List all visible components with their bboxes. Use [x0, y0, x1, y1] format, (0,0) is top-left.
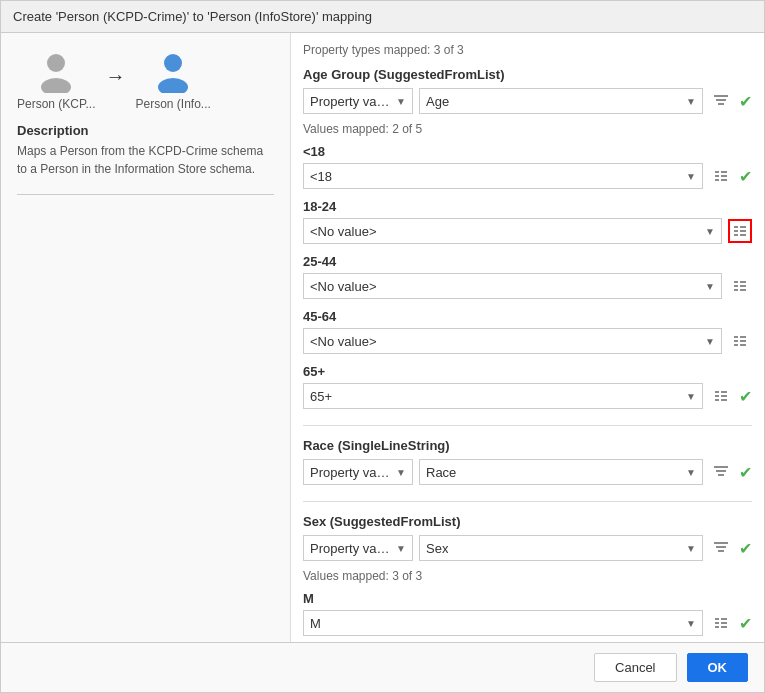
race-target-label: Race — [426, 465, 456, 480]
value-label-45-64: 45-64 — [303, 309, 752, 324]
race-target-arrow: ▼ — [686, 467, 696, 478]
age-group-header-row: Property value ▼ Age ▼ ✔ — [303, 88, 752, 114]
sex-check-icon: ✔ — [739, 539, 752, 558]
race-filter-icon — [713, 465, 729, 479]
value-item-18-24: 18-24 <No value> ▼ — [303, 199, 752, 244]
list-icon-18-24 — [733, 225, 747, 237]
value-65plus-list-button[interactable] — [709, 384, 733, 408]
value-label-m: M — [303, 591, 752, 606]
value-item-lt18: <18 <18 ▼ — [303, 144, 752, 189]
list-icon-lt18 — [714, 170, 728, 182]
race-property-value-label: Property value — [310, 465, 392, 480]
svg-point-0 — [47, 54, 65, 72]
value-row-25-44: <No value> ▼ — [303, 273, 752, 299]
age-group-title: Age Group (SuggestedFromList) — [303, 67, 752, 82]
value-item-65plus: 65+ 65+ ▼ — [303, 364, 752, 409]
value-m-list-button[interactable] — [709, 611, 733, 635]
person-from-box: Person (KCP... — [17, 49, 95, 111]
sex-divider — [303, 501, 752, 502]
value-item-m: M M ▼ — [303, 591, 752, 636]
race-divider — [303, 425, 752, 426]
sex-values-count: Values mapped: 3 of 3 — [303, 569, 752, 583]
age-group-target-arrow: ▼ — [686, 96, 696, 107]
age-group-section: Age Group (SuggestedFromList) Property v… — [303, 67, 752, 409]
sex-target-arrow: ▼ — [686, 543, 696, 554]
value-item-45-64: 45-64 <No value> ▼ — [303, 309, 752, 354]
left-panel: Person (KCP... → Person (Info... Descrip… — [1, 33, 291, 642]
value-45-64-dropdown[interactable]: <No value> ▼ — [303, 328, 722, 354]
title-text: Create 'Person (KCPD-Crime)' to 'Person … — [13, 9, 372, 24]
sex-section: Sex (SuggestedFromList) Property value ▼… — [303, 514, 752, 636]
list-icon-65plus — [714, 390, 728, 402]
person-to-label: Person (Info... — [135, 97, 210, 111]
race-property-value-dropdown[interactable]: Property value ▼ — [303, 459, 413, 485]
value-45-64-label: <No value> — [310, 334, 377, 349]
value-m-dropdown[interactable]: M ▼ — [303, 610, 703, 636]
value-label-lt18: <18 — [303, 144, 752, 159]
value-lt18-arrow: ▼ — [686, 171, 696, 182]
svg-point-3 — [158, 78, 188, 93]
sex-property-value-dropdown[interactable]: Property value ▼ — [303, 535, 413, 561]
value-m-check: ✔ — [739, 614, 752, 633]
value-lt18-check: ✔ — [739, 167, 752, 186]
person-to-box: Person (Info... — [135, 49, 210, 111]
value-row-m: M ▼ ✔ — [303, 610, 752, 636]
svg-point-2 — [164, 54, 182, 72]
race-target-dropdown[interactable]: Race ▼ — [419, 459, 703, 485]
value-row-65plus: 65+ ▼ ✔ — [303, 383, 752, 409]
filter-icon — [713, 94, 729, 108]
person-from-label: Person (KCP... — [17, 97, 95, 111]
list-icon-45-64 — [733, 335, 747, 347]
description-text: Maps a Person from the KCPD-Crime schema… — [17, 142, 274, 178]
person-icons: Person (KCP... → Person (Info... — [17, 49, 274, 111]
value-m-label: M — [310, 616, 321, 631]
description-title: Description — [17, 123, 274, 138]
title-bar: Create 'Person (KCPD-Crime)' to 'Person … — [1, 1, 764, 33]
ok-button[interactable]: OK — [687, 653, 749, 682]
value-25-44-dropdown[interactable]: <No value> ▼ — [303, 273, 722, 299]
age-group-filter-button[interactable] — [709, 89, 733, 113]
value-row-lt18: <18 ▼ ✔ — [303, 163, 752, 189]
value-65plus-check: ✔ — [739, 387, 752, 406]
value-65plus-dropdown[interactable]: 65+ ▼ — [303, 383, 703, 409]
age-group-target-dropdown[interactable]: Age ▼ — [419, 88, 703, 114]
age-group-values-count: Values mapped: 2 of 5 — [303, 122, 752, 136]
value-65plus-label: 65+ — [310, 389, 332, 404]
cancel-button[interactable]: Cancel — [594, 653, 676, 682]
race-filter-button[interactable] — [709, 460, 733, 484]
list-icon-25-44 — [733, 280, 747, 292]
person-from-icon — [34, 49, 78, 93]
main-content: Person (KCP... → Person (Info... Descrip… — [1, 33, 764, 642]
value-18-24-label: <No value> — [310, 224, 377, 239]
svg-point-1 — [41, 78, 71, 93]
value-25-44-arrow: ▼ — [705, 281, 715, 292]
value-label-65plus: 65+ — [303, 364, 752, 379]
race-check-icon: ✔ — [739, 463, 752, 482]
arrow-icon: → — [105, 65, 125, 88]
sex-target-dropdown[interactable]: Sex ▼ — [419, 535, 703, 561]
race-title: Race (SingleLineString) — [303, 438, 752, 453]
sex-target-label: Sex — [426, 541, 448, 556]
race-section: Race (SingleLineString) Property value ▼… — [303, 438, 752, 485]
sex-property-value-arrow: ▼ — [396, 543, 406, 554]
value-item-25-44: 25-44 <No value> ▼ — [303, 254, 752, 299]
value-label-25-44: 25-44 — [303, 254, 752, 269]
value-lt18-list-button[interactable] — [709, 164, 733, 188]
race-property-value-arrow: ▼ — [396, 467, 406, 478]
sex-title: Sex (SuggestedFromList) — [303, 514, 752, 529]
value-25-44-list-button[interactable] — [728, 274, 752, 298]
value-row-18-24: <No value> ▼ — [303, 218, 752, 244]
age-group-property-value-label: Property value — [310, 94, 392, 109]
value-m-arrow: ▼ — [686, 618, 696, 629]
value-lt18-dropdown[interactable]: <18 ▼ — [303, 163, 703, 189]
right-panel: Property types mapped: 3 of 3 Age Group … — [291, 33, 764, 642]
value-45-64-list-button[interactable] — [728, 329, 752, 353]
value-row-45-64: <No value> ▼ — [303, 328, 752, 354]
value-18-24-list-button[interactable] — [728, 219, 752, 243]
value-45-64-arrow: ▼ — [705, 336, 715, 347]
sex-filter-button[interactable] — [709, 536, 733, 560]
value-18-24-dropdown[interactable]: <No value> ▼ — [303, 218, 722, 244]
list-icon-m — [714, 617, 728, 629]
age-group-property-value-dropdown[interactable]: Property value ▼ — [303, 88, 413, 114]
value-65plus-arrow: ▼ — [686, 391, 696, 402]
